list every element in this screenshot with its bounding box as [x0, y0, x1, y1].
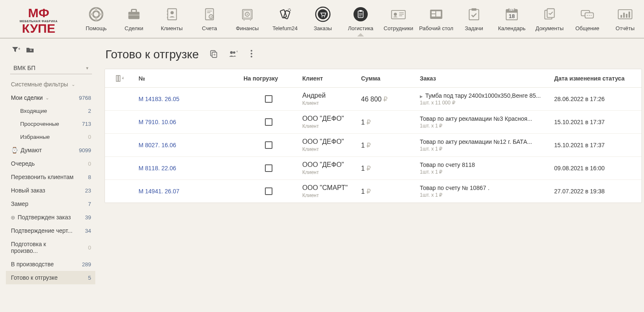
stage-label: Новый заказ	[11, 187, 45, 194]
th-number[interactable]: №	[134, 73, 239, 84]
page-title: Готово к отгрузке	[105, 48, 199, 61]
nav-employees[interactable]: Сотрудники	[380, 4, 417, 31]
table-row[interactable]: М 14941. 26.07 ООО "СМАРТ" Клиент 1 ₽ То…	[105, 180, 641, 203]
nav-label: Сделки	[125, 25, 143, 31]
nav-finance[interactable]: Финансы	[228, 4, 266, 31]
sidebar-system-filters[interactable]: Системные фильтры ⌄	[6, 78, 95, 91]
order-number-link[interactable]: М 8118. 22.06	[139, 165, 176, 172]
svg-rect-48	[471, 8, 476, 11]
watch-icon: ⌚	[11, 147, 18, 153]
svg-point-10	[170, 11, 174, 14]
sidebar-stage-new-order[interactable]: Новый заказ 23	[6, 184, 95, 197]
add-people-icon[interactable]: +	[228, 49, 238, 60]
nav-clients[interactable]: Клиенты	[153, 4, 191, 31]
nav-reports[interactable]: Отчёты	[606, 4, 644, 31]
phone-swap-icon	[277, 6, 293, 23]
svg-point-29	[318, 9, 328, 19]
th-status-date[interactable]: Дата изменения статуса	[550, 73, 638, 84]
sidebar-stage-confirmed[interactable]: ◎Подтвержден заказ 39	[6, 211, 95, 224]
nav-logistics[interactable]: Логистика	[342, 4, 380, 31]
order-number-link[interactable]: М 14183. 26.05	[139, 96, 179, 102]
filters-label: Системные фильтры	[11, 81, 68, 88]
nav-label: Общение	[575, 25, 599, 31]
stage-label: Подтвержден заказ	[18, 214, 71, 221]
sidebar-stage-drawing-confirm[interactable]: Подтверждение черт... 34	[6, 224, 95, 237]
svg-rect-63	[626, 14, 628, 18]
svg-point-59	[591, 15, 592, 16]
caret-right-icon: ▶	[420, 94, 423, 99]
content-header: Готово к отгрузке + +	[105, 44, 644, 69]
order-number-link[interactable]: М 7910. 10.06	[139, 119, 176, 125]
stage-label: В производстве	[11, 261, 54, 268]
copy-icon[interactable]: +	[209, 49, 218, 60]
logo[interactable]: МФ МЕБЕЛЬНАЯ ФАБРИКА КУПЕ	[0, 4, 77, 38]
svg-point-75	[251, 56, 252, 57]
sidebar-sub-overdue[interactable]: Просроченные 713	[6, 117, 95, 130]
sum-value: 1 ₽	[357, 139, 416, 152]
address-book-icon	[163, 6, 180, 23]
th-order[interactable]: Заказ	[416, 73, 550, 84]
nav-chat[interactable]: Общение	[568, 4, 606, 31]
chevron-down-icon: ⌄	[45, 95, 49, 101]
table-row[interactable]: М 14183. 26.05 Андрей Клиент 46 800 ₽ ▶ …	[105, 88, 641, 111]
filter-add-icon[interactable]: +	[12, 46, 20, 55]
order-qty: 1шт. x 11 000 ₽	[420, 100, 546, 106]
main: + + ВМК БП ▾ Системные фильтры ⌄ Мои сде…	[0, 39, 644, 312]
sidebar-stage-ready-ship[interactable]: Готово к отгрузке 5	[6, 271, 95, 284]
client-sub: Клиент	[302, 123, 353, 129]
sidebar-stage-prep[interactable]: Подготовка к произво... 0	[6, 237, 95, 257]
nav-telefum[interactable]: Telefum24	[266, 4, 304, 31]
loading-checkbox[interactable]	[265, 164, 272, 172]
nav-help[interactable]: Помощь	[77, 4, 115, 31]
order-qty: 1шт. x 1 ₽	[420, 192, 546, 198]
sidebar-stage-think[interactable]: ⌚Думают 9099	[6, 143, 95, 157]
documents-icon	[541, 6, 558, 23]
nav-calendar[interactable]: ОКТ 18 Календарь	[493, 4, 531, 31]
logo-top: МФ	[28, 6, 50, 20]
svg-rect-61	[620, 15, 622, 18]
table-row[interactable]: М 7910. 10.06 ООО "ДЕФО" Клиент 1 ₽ Това…	[105, 111, 641, 134]
sub-count: 0	[79, 134, 91, 140]
chevron-down-icon: ⌄	[71, 82, 75, 87]
loading-checkbox[interactable]	[265, 95, 272, 103]
nav-orders[interactable]: Заказы	[304, 4, 342, 31]
svg-rect-77	[118, 75, 120, 81]
sidebar-stage-callback[interactable]: Перезвонить клиентам 8	[6, 170, 95, 184]
nav-deals[interactable]: Сделки	[115, 4, 153, 31]
loading-checkbox[interactable]	[265, 141, 272, 149]
columns-config-icon[interactable]: +	[105, 73, 134, 84]
order-number-link[interactable]: М 14941. 26.07	[139, 188, 179, 195]
th-sum[interactable]: Сумма	[357, 73, 416, 84]
more-vert-icon[interactable]	[248, 49, 255, 60]
nav-desktop[interactable]: Рабочий стол	[417, 4, 455, 31]
nav-tasks[interactable]: Задачи	[455, 4, 493, 31]
barchart-icon	[617, 6, 634, 23]
sidebar-stage-measure[interactable]: Замер 7	[6, 197, 95, 211]
sidebar-stage-in-prod[interactable]: В производстве 289	[6, 257, 95, 271]
sidebar-stage-queue[interactable]: Очередь 0	[6, 157, 95, 170]
th-loading[interactable]: На погрузку	[239, 73, 298, 84]
nav-label: Документы	[535, 25, 563, 31]
client-name: Андрей	[302, 92, 353, 99]
table-row[interactable]: М 8118. 22.06 ООО "ДЕФО" Клиент 1 ₽ Това…	[105, 157, 641, 180]
loading-checkbox[interactable]	[265, 118, 272, 126]
order-qty: 1шт. x 1 ₽	[420, 146, 546, 152]
stage-count: 39	[79, 214, 91, 221]
loading-checkbox[interactable]	[265, 187, 272, 195]
th-client[interactable]: Клиент	[298, 73, 357, 84]
dropdown-label: ВМК БП	[13, 65, 35, 71]
sidebar-sub-favorites[interactable]: Избранные 0	[6, 130, 95, 143]
workspace-dropdown[interactable]: ВМК БП ▾	[10, 62, 92, 74]
stage-count: 7	[79, 201, 91, 207]
sidebar-sub-incoming[interactable]: Входящие 2	[6, 104, 95, 117]
nav-documents[interactable]: Документы	[531, 4, 568, 31]
nav-label: Рабочий стол	[419, 25, 453, 31]
table-row[interactable]: М 8027. 16.06 ООО "ДЕФО" Клиент 1 ₽ Това…	[105, 134, 641, 157]
cart-icon	[314, 6, 331, 23]
nav-accounts[interactable]: ₽ Счета	[191, 4, 228, 31]
sidebar-my-deals[interactable]: Мои сделки ⌄ 9768	[6, 91, 95, 104]
order-number-link[interactable]: М 8027. 16.06	[139, 142, 176, 148]
table-header: + № На погрузку Клиент Сумма Заказ Дата …	[105, 69, 641, 88]
status-date: 28.06.2022 в 17:26	[550, 93, 638, 105]
folder-add-icon[interactable]: +	[26, 46, 34, 55]
